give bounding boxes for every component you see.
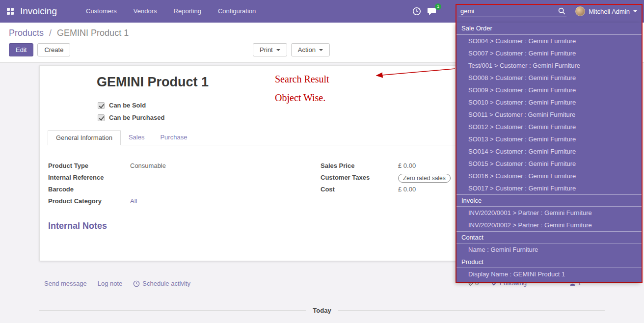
field-label: Product Category — [48, 197, 130, 205]
field-row-internal-reference: Internal Reference — [48, 174, 279, 183]
messages-icon[interactable]: 1 — [427, 7, 436, 16]
nav-menu-vendors[interactable]: Vendors — [125, 0, 165, 23]
field-value: Consumable — [130, 162, 166, 169]
dropdown-item[interactable]: SO015 > Customer : Gemini Furniture — [456, 158, 642, 170]
app-name[interactable]: Invoicing — [20, 6, 57, 17]
search-overlay: Sale OrderSO004 > Customer : Gemini Furn… — [456, 4, 643, 283]
dropdown-item[interactable]: SO007 > Customer : Gemini Furniture — [456, 47, 642, 59]
dropdown-item[interactable]: INV/2020/0002 > Partner : Gemini Furnitu… — [456, 219, 642, 231]
dropdown-item[interactable]: Name : Gemini Furniture — [456, 243, 642, 256]
today-label: Today — [313, 307, 331, 314]
dropdown-section-product: Product — [456, 256, 642, 268]
field-row-barcode: Barcode — [48, 186, 279, 195]
apps-menu-icon[interactable] — [7, 8, 14, 15]
breadcrumb-separator: / — [49, 28, 52, 38]
dropdown-item[interactable]: SO014 > Customer : Gemini Furniture — [456, 145, 642, 158]
today-divider: Today — [39, 307, 605, 314]
field-label: Barcode — [48, 186, 130, 193]
product-flags: Can be SoldCan be Purchased — [98, 99, 164, 124]
checkbox-label: Can be Purchased — [109, 114, 164, 121]
field-label: Internal Reference — [48, 174, 130, 181]
annotation-line-2: Object Wise. — [275, 88, 329, 107]
field-row-product-type: Product TypeConsumable — [48, 162, 279, 171]
tab-purchase[interactable]: Purchase — [152, 130, 195, 145]
field-row-product-category: Product CategoryAll — [48, 197, 279, 207]
dropdown-section-invoice: Invoice — [456, 194, 642, 207]
product-title: GEMINI Product 1 — [97, 75, 209, 90]
form-buttons: Edit Create — [9, 43, 70, 56]
dropdown-item[interactable]: SO017 > Customer : Gemini Furniture — [456, 182, 642, 194]
checkbox-row-can-be-sold: Can be Sold — [98, 99, 164, 111]
field-label: Sales Price — [321, 162, 398, 169]
checkbox-can-be-sold[interactable] — [98, 102, 105, 109]
dropdown-item[interactable]: SO013 > Customer : Gemini Furniture — [456, 133, 642, 145]
search-results-dropdown: Sale OrderSO004 > Customer : Gemini Furn… — [456, 23, 642, 282]
annotation-arrow — [371, 65, 459, 81]
activities-clock-icon[interactable] — [412, 7, 421, 16]
dropdown-item[interactable]: INV/2020/0001 > Partner : Gemini Furnitu… — [456, 207, 642, 219]
field-value: £ 0.00 — [398, 186, 416, 193]
send-message-link[interactable]: Send message — [44, 280, 87, 287]
dropdown-section-sale-order: Sale Order — [456, 23, 642, 35]
tab-sales[interactable]: Sales — [121, 130, 153, 145]
print-label: Print — [260, 46, 273, 54]
nav-menu-customers[interactable]: Customers — [78, 0, 125, 23]
checkbox-label: Can be Sold — [109, 102, 146, 109]
fields-left-column: Product TypeConsumableInternal Reference… — [48, 162, 279, 209]
nav-menu-configuration[interactable]: Configuration — [210, 0, 264, 23]
dropdown-item[interactable]: SO011 > Customer : Gemini Furniture — [456, 108, 642, 121]
search-box — [458, 6, 566, 17]
clock-icon — [133, 280, 140, 287]
nav-menus: CustomersVendorsReportingConfiguration — [78, 0, 264, 23]
field-value[interactable]: All — [130, 197, 137, 205]
action-button[interactable]: Action — [291, 43, 330, 56]
invoicing-app-screen: Invoicing CustomersVendorsReportingConfi… — [0, 0, 644, 323]
dropdown-item[interactable]: Test/001 > Customer : Gemini Furniture — [456, 59, 642, 72]
nav-menu-reporting[interactable]: Reporting — [165, 0, 210, 23]
dropdown-item[interactable]: SO012 > Customer : Gemini Furniture — [456, 121, 642, 133]
field-label: Cost — [321, 186, 398, 193]
breadcrumb-products[interactable]: Products — [9, 28, 44, 38]
schedule-activity-label: Schedule activity — [142, 280, 190, 287]
field-value: Zero rated sales — [398, 174, 451, 183]
internal-notes-heading: Internal Notes — [48, 221, 107, 231]
checkbox-can-be-purchased[interactable] — [98, 114, 105, 121]
log-note-link[interactable]: Log note — [98, 280, 123, 287]
search-icon[interactable] — [558, 7, 565, 15]
field-label: Product Type — [48, 162, 130, 169]
field-label: Customer Taxes — [321, 174, 398, 181]
checkbox-row-can-be-purchased: Can be Purchased — [98, 111, 164, 124]
statusbar-buttons: Print Action — [253, 43, 330, 56]
annotation-line-1: Search Result — [275, 70, 329, 88]
annotation-text: Search Result Object Wise. — [275, 70, 329, 107]
dropdown-item[interactable]: SO009 > Customer : Gemini Furniture — [456, 84, 642, 96]
caret-down-icon — [319, 49, 323, 51]
search-input[interactable] — [458, 6, 558, 16]
breadcrumb-current: GEMINI Product 1 — [57, 28, 129, 38]
caret-down-icon — [276, 49, 280, 51]
tax-tag[interactable]: Zero rated sales — [398, 174, 451, 183]
dropdown-item[interactable]: SO008 > Customer : Gemini Furniture — [456, 72, 642, 84]
create-button[interactable]: Create — [37, 43, 70, 56]
schedule-activity-link[interactable]: Schedule activity — [133, 280, 190, 287]
search-area — [456, 5, 642, 23]
dropdown-item[interactable]: SO010 > Customer : Gemini Furniture — [456, 96, 642, 108]
action-label: Action — [298, 46, 316, 54]
breadcrumb: Products / GEMINI Product 1 — [9, 28, 129, 38]
message-count-badge: 1 — [435, 3, 441, 10]
field-value: £ 0.00 — [398, 162, 416, 169]
dropdown-item[interactable]: SO016 > Customer : Gemini Furniture — [456, 170, 642, 182]
edit-button[interactable]: Edit — [9, 43, 33, 56]
tab-general-information[interactable]: General Information — [48, 130, 121, 145]
dropdown-item[interactable]: SO004 > Customer : Gemini Furniture — [456, 35, 642, 47]
chatter-actions: Send message Log note Schedule activity — [44, 280, 190, 287]
print-button[interactable]: Print — [253, 43, 287, 56]
nav-icons: 1 — [412, 0, 436, 23]
dropdown-section-contact: Contact — [456, 231, 642, 243]
dropdown-item[interactable]: Display Name : GEMINI Product 1 — [456, 268, 642, 280]
